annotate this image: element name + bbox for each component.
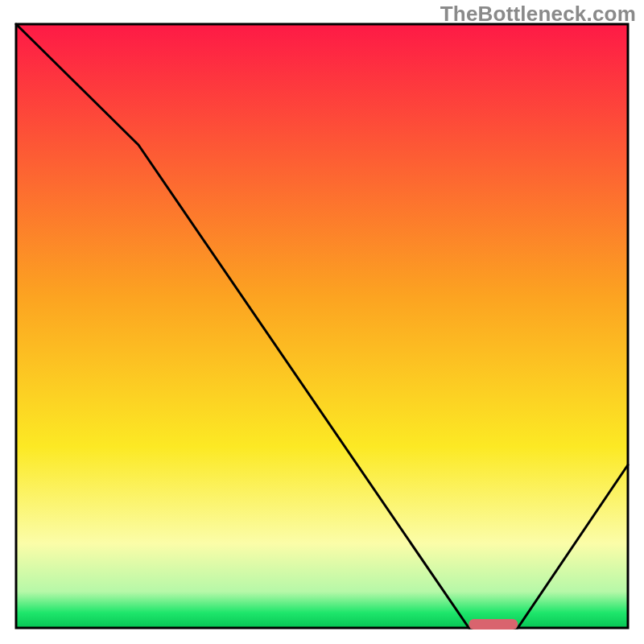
watermark-label: TheBottleneck.com [440, 2, 636, 27]
bottleneck-chart [0, 0, 644, 644]
chart-frame: TheBottleneck.com [0, 0, 644, 644]
optimal-range-marker [469, 619, 518, 630]
